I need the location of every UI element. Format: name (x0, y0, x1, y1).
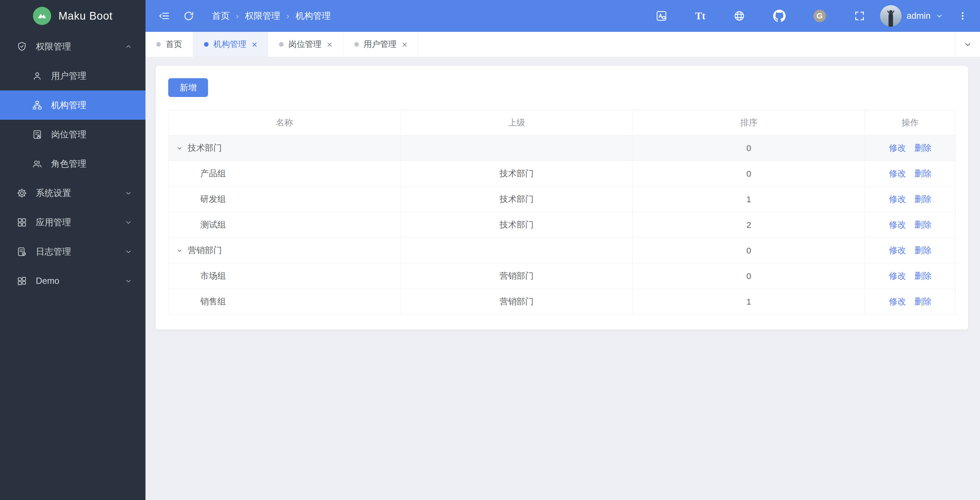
sidebar-menu: 权限管理用户管理机构管理岗位管理角色管理系统设置应用管理日志管理Demo (0, 32, 145, 296)
sidebar-subitem-0-3[interactable]: 角色管理 (0, 149, 145, 178)
tab-label: 用户管理 (364, 39, 397, 50)
chevron-down-icon (124, 248, 132, 256)
sidebar-item-0[interactable]: 权限管理 (0, 32, 145, 61)
expand-arrow-icon[interactable] (175, 143, 185, 153)
tree-indent (175, 199, 187, 200)
sidebar-subitem-label: 角色管理 (51, 158, 132, 170)
delete-link[interactable]: 删除 (914, 220, 931, 229)
sidebar-item-label: 应用管理 (36, 216, 124, 228)
close-icon[interactable]: × (402, 40, 407, 49)
cell-actions: 修改删除 (865, 238, 956, 264)
cell-sort: 2 (633, 212, 865, 238)
edit-link[interactable]: 修改 (889, 194, 906, 204)
breadcrumb-item-2[interactable]: 机构管理 (296, 10, 331, 22)
close-icon[interactable]: × (327, 40, 332, 49)
post-icon (32, 129, 43, 140)
close-icon[interactable]: × (252, 40, 257, 49)
gitee-icon[interactable]: G (813, 10, 826, 22)
cell-name: 市场组 (169, 264, 401, 289)
cell-parent: 营销部门 (401, 289, 633, 315)
page-content[interactable]: 新增 名称上级排序操作 技术部门0修改删除产品组技术部门0修改删除研发组技术部门… (145, 57, 980, 500)
cell-actions: 修改删除 (865, 161, 956, 187)
tab-status-dot (204, 42, 208, 46)
table-row-3: 测试组技术部门2修改删除 (169, 212, 956, 238)
breadcrumb-item-1[interactable]: 权限管理 (245, 10, 280, 22)
translate-icon[interactable] (655, 10, 667, 22)
breadcrumb-item-0[interactable]: 首页 (212, 10, 229, 22)
demo-icon (16, 276, 27, 286)
refresh-icon[interactable] (183, 10, 194, 22)
tab-status-dot (354, 42, 359, 46)
user-icon (32, 70, 43, 81)
tree-indent (175, 276, 187, 276)
cell-actions: 修改删除 (865, 264, 956, 289)
cell-name: 销售组 (169, 289, 401, 315)
column-header: 排序 (633, 110, 865, 136)
font-size-icon[interactable]: Tt (695, 11, 706, 21)
cell-parent: 技术部门 (401, 161, 633, 187)
edit-link[interactable]: 修改 (889, 246, 906, 255)
chevron-down-icon (124, 189, 132, 197)
delete-link[interactable]: 删除 (914, 297, 931, 306)
tab-3[interactable]: 用户管理× (344, 32, 418, 57)
delete-link[interactable]: 删除 (914, 143, 931, 152)
logo-mountain-icon (33, 7, 51, 25)
tab-2[interactable]: 岗位管理× (268, 32, 343, 57)
globe-icon[interactable] (733, 10, 745, 22)
add-button[interactable]: 新增 (168, 78, 208, 97)
cell-name: 测试组 (169, 212, 401, 238)
column-header: 上级 (401, 110, 633, 136)
cell-actions: 修改删除 (865, 212, 956, 238)
sidebar-subitem-0-2[interactable]: 岗位管理 (0, 120, 145, 149)
sidebar-item-2[interactable]: 应用管理 (0, 208, 145, 237)
fullscreen-icon[interactable] (854, 10, 865, 22)
sidebar-item-label: 权限管理 (36, 41, 124, 53)
apps-icon (16, 217, 27, 228)
sidebar-subitem-0-0[interactable]: 用户管理 (0, 61, 145, 91)
edit-link[interactable]: 修改 (889, 143, 906, 152)
cell-actions: 修改删除 (865, 136, 956, 161)
tabs-dropdown-icon[interactable] (955, 32, 980, 57)
kebab-menu-icon[interactable] (958, 10, 967, 22)
content-card: 新增 名称上级排序操作 技术部门0修改删除产品组技术部门0修改删除研发组技术部门… (156, 66, 968, 330)
user-menu[interactable]: admin (880, 5, 943, 27)
app-title: Maku Boot (59, 10, 113, 22)
column-header: 名称 (169, 110, 401, 136)
table-row-2: 研发组技术部门1修改删除 (169, 187, 956, 212)
sidebar: Maku Boot 权限管理用户管理机构管理岗位管理角色管理系统设置应用管理日志… (0, 0, 145, 500)
delete-link[interactable]: 删除 (914, 169, 931, 178)
collapse-sidebar-icon[interactable] (158, 10, 170, 22)
tab-1[interactable]: 机构管理× (193, 32, 268, 57)
cell-sort: 1 (633, 187, 865, 212)
edit-link[interactable]: 修改 (889, 271, 906, 280)
tab-status-dot (279, 42, 283, 46)
org-table: 名称上级排序操作 技术部门0修改删除产品组技术部门0修改删除研发组技术部门1修改… (168, 110, 956, 315)
sidebar-subitem-0-1[interactable]: 机构管理 (0, 91, 145, 120)
org-name: 研发组 (200, 193, 226, 205)
github-icon[interactable] (773, 10, 786, 22)
delete-link[interactable]: 删除 (914, 246, 931, 255)
cell-parent: 技术部门 (401, 212, 633, 238)
tab-0[interactable]: 首页 (145, 32, 193, 57)
cell-sort: 0 (633, 238, 865, 264)
org-name: 测试组 (200, 219, 226, 231)
cell-sort: 1 (633, 289, 865, 315)
delete-link[interactable]: 删除 (914, 271, 931, 280)
sidebar-item-3[interactable]: 日志管理 (0, 237, 145, 266)
sidebar-subitem-label: 岗位管理 (51, 129, 132, 141)
column-header: 操作 (865, 110, 956, 136)
app-logo[interactable]: Maku Boot (0, 0, 145, 32)
cell-parent (401, 136, 633, 161)
cell-actions: 修改删除 (865, 187, 956, 212)
delete-link[interactable]: 删除 (914, 194, 931, 204)
expand-arrow-icon[interactable] (175, 246, 185, 256)
sidebar-item-4[interactable]: Demo (0, 266, 145, 296)
sidebar-item-1[interactable]: 系统设置 (0, 178, 145, 208)
edit-link[interactable]: 修改 (889, 169, 906, 178)
edit-link[interactable]: 修改 (889, 297, 906, 306)
log-icon (16, 246, 27, 257)
sidebar-subitem-label: 用户管理 (51, 70, 132, 82)
org-name: 市场组 (200, 270, 226, 282)
cell-sort: 0 (633, 264, 865, 289)
edit-link[interactable]: 修改 (889, 220, 906, 229)
